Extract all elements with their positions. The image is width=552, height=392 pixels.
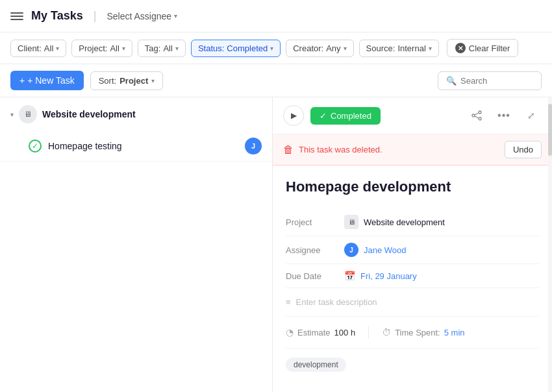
status-filter[interactable]: Status: Completed ▾ — [191, 40, 281, 57]
due-date-value[interactable]: 📅 Fri, 29 January — [344, 271, 417, 281]
sort-button[interactable]: Sort: Project ▾ — [90, 71, 164, 90]
share-button[interactable] — [466, 105, 487, 126]
project-field: Project 🖥 Website development — [286, 208, 539, 236]
tag-filter[interactable]: Tag: All ▾ — [138, 40, 186, 57]
search-icon: 🔍 — [446, 76, 457, 86]
description-placeholder: Enter task description — [296, 297, 377, 307]
select-assignee-button[interactable]: Select Assignee ▾ — [107, 11, 177, 21]
task-detail-title: Homepage development — [286, 178, 539, 195]
toolbar: + + New Task Sort: Project ▾ 🔍 — [0, 64, 552, 97]
svg-point-0 — [479, 111, 481, 114]
right-panel: ▶ ✓ Completed ••• ⤢ 🗑 This task was — [273, 97, 552, 392]
chevron-down-icon: ▾ — [122, 45, 125, 52]
assignee-value[interactable]: J Jane Wood — [344, 243, 407, 257]
estimate-icon: ◔ — [286, 327, 294, 337]
time-spent-metric: ⏱ Time Spent: 5 min — [382, 327, 464, 337]
undo-button[interactable]: Undo — [505, 141, 542, 158]
plus-icon: + — [19, 75, 25, 86]
metric-divider — [368, 326, 369, 339]
svg-line-3 — [475, 113, 479, 115]
deleted-banner: 🗑 This task was deleted. Undo — [273, 134, 552, 165]
page-title: My Tasks — [31, 9, 83, 23]
description-row[interactable]: ≡ Enter task description — [286, 288, 539, 317]
check-icon: ✓ — [320, 111, 327, 121]
project-filter[interactable]: Project: All ▾ — [71, 40, 132, 57]
due-date-label: Due Date — [286, 271, 344, 281]
chevron-down-icon: ▾ — [429, 45, 432, 52]
assignee-name: Jane Wood — [364, 245, 407, 255]
svg-point-1 — [472, 114, 475, 117]
calendar-icon: 📅 — [344, 271, 355, 281]
chevron-down-icon: ▾ — [344, 45, 347, 52]
project-icon: 🖥 — [344, 215, 358, 229]
right-toolbar: ▶ ✓ Completed ••• ⤢ — [273, 97, 552, 134]
svg-point-2 — [479, 117, 481, 120]
tags-row: development — [286, 349, 539, 381]
task-detail: Homepage development Project 🖥 Website d… — [273, 165, 552, 392]
expand-button[interactable]: ⤢ — [521, 105, 542, 126]
assignee-avatar: J — [344, 243, 358, 257]
assignee-label: Assignee — [286, 245, 344, 255]
left-panel: ▾ 🖥 Website development ✓ Homepage testi… — [0, 97, 273, 392]
header-divider: | — [94, 9, 97, 23]
group-title: Website development — [42, 109, 136, 119]
group-project-icon: 🖥 — [19, 105, 37, 123]
scroll-thumb — [548, 104, 552, 156]
description-icon: ≡ — [286, 297, 291, 307]
header: My Tasks | Select Assignee ▾ — [0, 0, 552, 32]
deleted-message: This task was deleted. — [299, 145, 499, 154]
creator-filter[interactable]: Creator: Any ▾ — [286, 40, 353, 57]
search-box[interactable]: 🔍 — [438, 71, 542, 90]
due-date-field: Due Date 📅 Fri, 29 January — [286, 264, 539, 288]
new-task-button[interactable]: + + New Task — [10, 71, 84, 90]
scroll-track — [548, 97, 552, 392]
filter-bar: Client: All ▾ Project: All ▾ Tag: All ▾ … — [0, 32, 552, 64]
estimate-metric: ◔ Estimate 100 h — [286, 327, 355, 337]
metrics-row: ◔ Estimate 100 h ⏱ Time Spent: 5 min — [286, 317, 539, 349]
estimate-value: 100 h — [334, 328, 356, 337]
completed-button[interactable]: ✓ Completed — [310, 107, 381, 125]
task-status-icon: ✓ — [29, 140, 42, 153]
sort-label: Sort: — [99, 76, 116, 86]
assignee-field: Assignee J Jane Wood — [286, 236, 539, 264]
chevron-down-icon: ▾ — [175, 45, 179, 52]
task-item[interactable]: ✓ Homepage testing J — [0, 131, 272, 162]
tag-development[interactable]: development — [286, 358, 346, 372]
project-value[interactable]: 🖥 Website development — [344, 215, 445, 229]
chevron-down-icon: ▾ — [56, 45, 59, 52]
trash-icon: 🗑 — [283, 144, 294, 156]
search-input[interactable] — [460, 76, 533, 86]
chevron-down-icon: ▾ — [174, 12, 177, 19]
main-content: ▾ 🖥 Website development ✓ Homepage testi… — [0, 97, 552, 392]
avatar: J — [245, 138, 262, 154]
source-filter[interactable]: Source: Internal ▾ — [359, 40, 439, 57]
estimate-label: Estimate — [297, 328, 331, 337]
menu-icon[interactable] — [10, 10, 23, 23]
more-options-button[interactable]: ••• — [494, 105, 514, 126]
due-date-text: Fri, 29 January — [360, 271, 417, 281]
group-header[interactable]: ▾ 🖥 Website development — [0, 97, 272, 131]
chevron-down-icon: ▾ — [151, 77, 155, 84]
task-name: Homepage testing — [48, 141, 238, 151]
client-filter[interactable]: Client: All ▾ — [10, 40, 66, 57]
clear-filter-button[interactable]: ✕ Clear Filter — [447, 39, 519, 57]
time-spent-value: 5 min — [444, 328, 465, 337]
project-label: Project — [286, 217, 344, 227]
chevron-down-icon: ▾ — [270, 45, 273, 52]
sort-value: Project — [119, 76, 148, 86]
time-spent-label: Time Spent: — [395, 328, 440, 337]
share-icon — [471, 110, 482, 121]
play-button[interactable]: ▶ — [283, 105, 304, 126]
group-chevron-icon: ▾ — [10, 111, 14, 118]
timer-icon: ⏱ — [382, 327, 391, 337]
svg-line-4 — [475, 116, 479, 118]
x-circle-icon: ✕ — [455, 43, 466, 53]
